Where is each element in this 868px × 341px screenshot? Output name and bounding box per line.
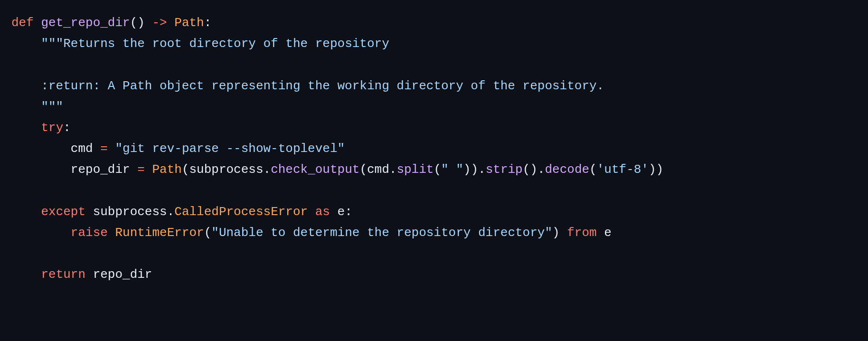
assign: = — [130, 162, 152, 177]
var-cmd: cmd — [367, 162, 389, 177]
paren-open: ( — [204, 226, 212, 240]
module-subprocess: subprocess — [93, 205, 167, 219]
keyword-as: as — [315, 205, 330, 219]
colon: : — [204, 16, 212, 30]
paren-open: ( — [359, 162, 367, 177]
class-path: Path — [152, 162, 181, 177]
function-name: get_repo_dir — [41, 16, 130, 30]
docstring-open: """ — [41, 37, 63, 51]
docstring-close: """ — [11, 100, 63, 114]
arrow: -> — [145, 16, 174, 30]
keyword-from: from — [567, 226, 596, 240]
dot: . — [538, 162, 545, 177]
paren-open: ( — [434, 162, 441, 177]
paren-close: )) — [463, 162, 478, 177]
keyword-return: return — [41, 267, 85, 282]
docstring-line1: Returns the root directory of the reposi… — [63, 37, 389, 51]
paren-close: ) — [552, 226, 560, 240]
return-type: Path — [174, 16, 204, 30]
paren-open: ( — [589, 162, 597, 177]
string-utf8: 'utf-8' — [597, 162, 649, 177]
dot: . — [264, 162, 271, 177]
var-e: e — [338, 205, 345, 219]
keyword-except: except — [41, 205, 85, 219]
string-message: "Unable to determine the repository dire… — [211, 226, 552, 240]
string-cmd: "git rev-parse --show-toplevel" — [115, 142, 345, 156]
dot: . — [167, 205, 175, 219]
fn-decode: decode — [545, 162, 590, 177]
module-subprocess: subprocess — [189, 162, 264, 177]
code-block: def get_repo_dir() -> Path: """Returns t… — [0, 0, 868, 297]
keyword-raise: raise — [71, 226, 108, 240]
assign: = — [93, 142, 115, 156]
paren-close: )) — [649, 162, 663, 177]
keyword-try: try — [41, 121, 63, 135]
docstring-line2: :return: A Path object representing the … — [11, 79, 604, 93]
class-called-process-error: CalledProcessError — [174, 205, 308, 219]
keyword-def: def — [11, 16, 34, 30]
fn-split: split — [396, 162, 434, 177]
sig-parens: () — [130, 16, 145, 30]
fn-strip: strip — [486, 162, 523, 177]
paren-open: ( — [182, 162, 189, 177]
var-e: e — [604, 226, 612, 240]
colon: : — [63, 121, 71, 135]
var-repo-dir: repo_dir — [71, 162, 130, 177]
var-cmd: cmd — [71, 142, 93, 156]
parens-empty: () — [523, 162, 538, 177]
dot: . — [478, 162, 486, 177]
var-repo-dir: repo_dir — [93, 267, 152, 282]
colon: : — [345, 205, 352, 219]
dot: . — [389, 162, 397, 177]
class-runtime-error: RuntimeError — [115, 226, 204, 240]
fn-check-output: check_output — [271, 162, 359, 177]
string-space: " " — [441, 162, 463, 177]
